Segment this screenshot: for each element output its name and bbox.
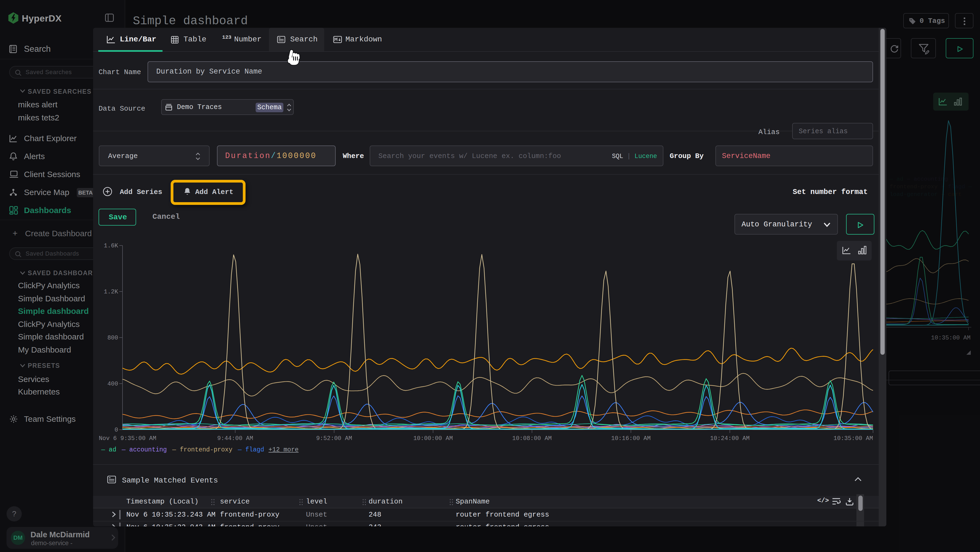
svg-text:800: 800 [107, 335, 118, 341]
svg-text:9:44:00 AM: 9:44:00 AM [217, 435, 253, 442]
svg-text:1.2K: 1.2K [104, 289, 118, 295]
svg-text:9:52:00 AM: 9:52:00 AM [316, 435, 352, 442]
svg-text:1.6K: 1.6K [104, 242, 118, 249]
svg-text:10:35:00 AM: 10:35:00 AM [834, 435, 873, 442]
svg-text:10:08:00 AM: 10:08:00 AM [512, 435, 552, 442]
svg-text:10:24:00 AM: 10:24:00 AM [710, 435, 749, 442]
svg-text:10:16:00 AM: 10:16:00 AM [611, 435, 651, 442]
svg-text:0: 0 [115, 427, 118, 434]
svg-text:10:00:00 AM: 10:00:00 AM [413, 435, 453, 442]
svg-text:Nov 6 9:35:00 AM: Nov 6 9:35:00 AM [99, 435, 156, 442]
svg-text:400: 400 [107, 381, 118, 388]
